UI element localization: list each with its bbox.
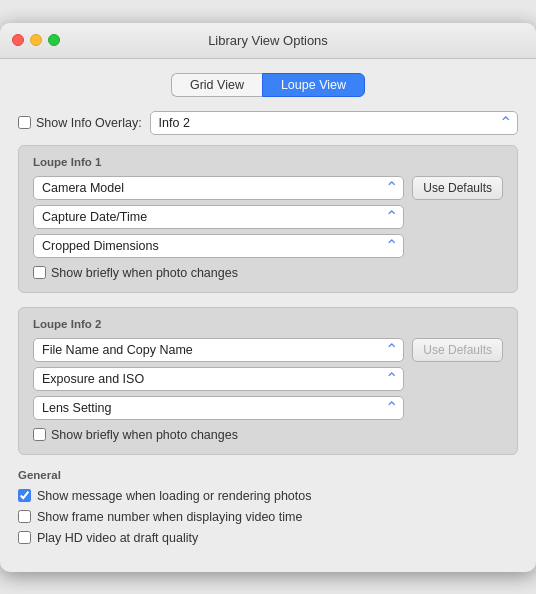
general-item-2-label: Show frame number when displaying video … — [37, 510, 302, 524]
loupe-info-1-show-briefly-label: Show briefly when photo changes — [51, 266, 238, 280]
loupe-info-2-show-briefly-row: Show briefly when photo changes — [33, 428, 503, 442]
loupe-info-1-dropdowns-col: Camera Model Capture Date/Time Cropped D… — [33, 176, 404, 258]
maximize-button[interactable] — [48, 34, 60, 46]
general-item-1-label: Show message when loading or rendering p… — [37, 489, 311, 503]
general-item-3: Play HD video at draft quality — [18, 531, 518, 545]
general-item-2: Show frame number when displaying video … — [18, 510, 518, 524]
titlebar: Library View Options — [0, 23, 536, 59]
general-section-label: General — [18, 469, 518, 481]
loupe-info-1-show-briefly-checkbox[interactable] — [33, 266, 46, 279]
loupe-info-1-dropdown3-wrapper: Cropped Dimensions Camera Model Capture … — [33, 234, 404, 258]
general-item-3-label: Play HD video at draft quality — [37, 531, 198, 545]
loupe-info-1-select3[interactable]: Cropped Dimensions Camera Model Capture … — [33, 234, 404, 258]
window: Library View Options Grid View Loupe Vie… — [0, 23, 536, 572]
info-overlay-select[interactable]: Info 2 Info 1 Info 3 — [150, 111, 518, 135]
main-content: Grid View Loupe View Show Info Overlay: … — [0, 59, 536, 572]
info-overlay-dropdown-wrapper: Info 2 Info 1 Info 3 ⌃ — [150, 111, 518, 135]
show-info-overlay-checkbox[interactable] — [18, 116, 31, 129]
general-item-1: Show message when loading or rendering p… — [18, 489, 518, 503]
loupe-info-1-panel: Loupe Info 1 Camera Model Capture Date/T… — [18, 145, 518, 293]
info-overlay-row: Show Info Overlay: Info 2 Info 1 Info 3 … — [18, 111, 518, 135]
loupe-info-2-dropdowns-row: File Name and Copy Name Camera Model Cap… — [33, 338, 503, 420]
loupe-info-2-show-briefly-checkbox[interactable] — [33, 428, 46, 441]
general-item-2-checkbox[interactable] — [18, 510, 31, 523]
loupe-info-2-dropdown1-wrapper: File Name and Copy Name Camera Model Cap… — [33, 338, 404, 362]
loupe-info-1-use-defaults-button[interactable]: Use Defaults — [412, 176, 503, 200]
grid-view-button[interactable]: Grid View — [171, 73, 262, 97]
loupe-info-2-select1[interactable]: File Name and Copy Name Camera Model Cap… — [33, 338, 404, 362]
view-segmented-control: Grid View Loupe View — [18, 73, 518, 97]
traffic-lights — [12, 34, 60, 46]
loupe-info-2-label: Loupe Info 2 — [33, 318, 503, 330]
loupe-info-1-select1[interactable]: Camera Model Capture Date/Time Cropped D… — [33, 176, 404, 200]
loupe-info-2-dropdowns-col: File Name and Copy Name Camera Model Cap… — [33, 338, 404, 420]
general-item-1-checkbox[interactable] — [18, 489, 31, 502]
loupe-info-1-dropdown1-wrapper: Camera Model Capture Date/Time Cropped D… — [33, 176, 404, 200]
window-title: Library View Options — [208, 33, 328, 48]
loupe-info-1-dropdown2-wrapper: Capture Date/Time Camera Model Cropped D… — [33, 205, 404, 229]
loupe-info-1-dropdowns-row: Camera Model Capture Date/Time Cropped D… — [33, 176, 503, 258]
loupe-info-2-select3[interactable]: Lens Setting Exposure and ISO Camera Mod… — [33, 396, 404, 420]
minimize-button[interactable] — [30, 34, 42, 46]
general-item-3-checkbox[interactable] — [18, 531, 31, 544]
general-section: General Show message when loading or ren… — [18, 469, 518, 545]
loupe-info-1-label: Loupe Info 1 — [33, 156, 503, 168]
loupe-info-2-use-defaults-button[interactable]: Use Defaults — [412, 338, 503, 362]
loupe-info-2-show-briefly-label: Show briefly when photo changes — [51, 428, 238, 442]
close-button[interactable] — [12, 34, 24, 46]
loupe-info-1-select2[interactable]: Capture Date/Time Camera Model Cropped D… — [33, 205, 404, 229]
loupe-view-button[interactable]: Loupe View — [262, 73, 365, 97]
loupe-info-2-panel: Loupe Info 2 File Name and Copy Name Cam… — [18, 307, 518, 455]
loupe-info-2-select2[interactable]: Exposure and ISO Camera Model Lens Setti… — [33, 367, 404, 391]
show-info-overlay-label[interactable]: Show Info Overlay: — [18, 116, 142, 130]
loupe-info-2-dropdown3-wrapper: Lens Setting Exposure and ISO Camera Mod… — [33, 396, 404, 420]
loupe-info-1-show-briefly-row: Show briefly when photo changes — [33, 266, 503, 280]
loupe-info-2-dropdown2-wrapper: Exposure and ISO Camera Model Lens Setti… — [33, 367, 404, 391]
